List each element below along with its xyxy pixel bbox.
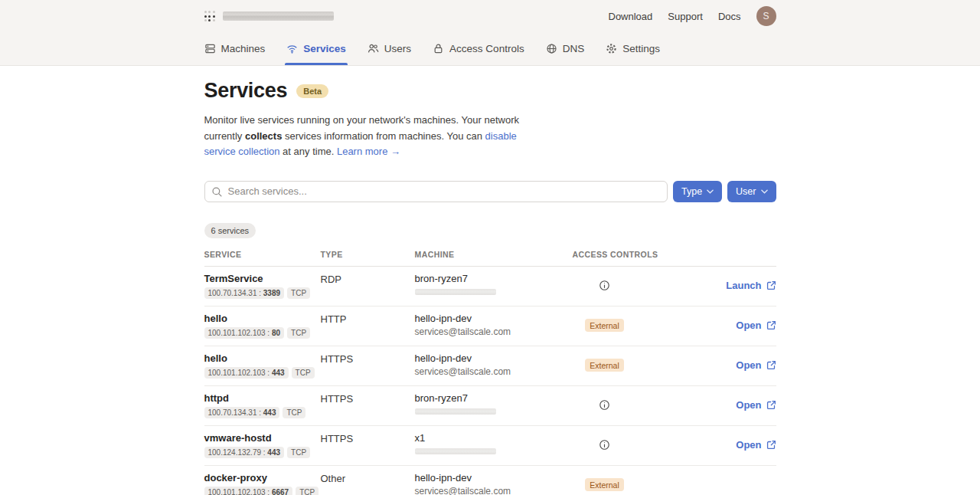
machine-owner-redacted	[415, 289, 496, 295]
machine-owner-redacted	[415, 408, 496, 415]
tab-settings[interactable]: Settings	[606, 32, 660, 65]
action-cell: Open	[637, 313, 776, 339]
service-type: HTTPS	[321, 352, 415, 379]
access-controls-cell	[573, 432, 637, 458]
brand[interactable]	[204, 11, 334, 21]
external-link-icon	[766, 320, 776, 330]
service-type: Other	[321, 472, 415, 495]
access-info-icon[interactable]	[599, 399, 610, 411]
service-name: docker-proxy	[204, 472, 321, 484]
service-address-badge: 100.101.102.103 : 80	[204, 327, 285, 339]
search-input[interactable]	[204, 181, 668, 202]
beta-badge: Beta	[296, 84, 328, 98]
external-badge: External	[585, 478, 624, 491]
table-row: vmware-hostd 100.124.132.79 : 443 TCP HT…	[204, 426, 776, 466]
machine-owner: services@tailscale.com	[415, 486, 573, 495]
access-info-icon[interactable]	[599, 280, 610, 291]
chevron-down-icon	[707, 189, 714, 194]
chevron-down-icon	[761, 189, 768, 194]
service-address-badge: 100.101.102.103 : 6667	[204, 487, 293, 495]
service-name: hello	[204, 313, 321, 324]
machines-icon	[204, 43, 216, 54]
service-protocol-badge: TCP	[292, 367, 315, 379]
external-link-icon	[766, 280, 776, 290]
user-filter-button[interactable]: User	[727, 181, 776, 202]
machine-name: bron-ryzen7	[415, 273, 573, 284]
machine-owner-redacted	[415, 448, 496, 454]
table-row: docker-proxy 100.101.102.103 : 6667 TCP …	[204, 466, 776, 495]
open-service-link[interactable]: Open	[736, 399, 776, 411]
service-address-badge: 100.101.102.103 : 443	[204, 367, 289, 379]
service-protocol-badge: TCP	[287, 327, 310, 339]
open-service-link[interactable]: Open	[736, 359, 776, 371]
description-text: at any time.	[280, 146, 337, 157]
table-header-row: SERVICE TYPE MACHINE ACCESS CONTROLS	[204, 250, 776, 267]
service-type: RDP	[321, 273, 415, 299]
tab-machines[interactable]: Machines	[204, 32, 266, 65]
service-name: vmware-hostd	[204, 432, 321, 444]
tab-dns[interactable]: DNS	[546, 32, 585, 65]
machine-name: hello-ipn-dev	[415, 472, 573, 484]
tab-users[interactable]: Users	[368, 32, 411, 65]
service-protocol-badge: TCP	[287, 447, 310, 458]
open-service-link[interactable]: Open	[736, 439, 776, 451]
services-icon	[286, 43, 298, 54]
user-avatar[interactable]: S	[756, 6, 776, 26]
support-link[interactable]: Support	[668, 11, 703, 22]
users-icon	[368, 43, 379, 54]
access-controls-cell: External	[573, 313, 637, 339]
service-name: TermService	[204, 273, 321, 284]
tailscale-logo-icon	[204, 11, 215, 21]
service-name: httpd	[204, 392, 321, 404]
launch-service-link[interactable]: Launch	[726, 280, 776, 291]
col-header-type: TYPE	[321, 250, 415, 259]
table-row: hello 100.101.102.103 : 80 TCP HTTP hell…	[204, 307, 776, 346]
action-cell: Open	[637, 432, 776, 458]
table-body: TermService 100.70.134.31 : 3389 TCP RDP…	[204, 267, 776, 495]
external-badge: External	[585, 359, 624, 372]
open-service-link[interactable]: Open	[736, 320, 776, 331]
service-type: HTTPS	[321, 432, 415, 458]
table-row: TermService 100.70.134.31 : 3389 TCP RDP…	[204, 267, 776, 307]
service-type: HTTP	[321, 313, 415, 339]
search-icon	[211, 186, 223, 198]
site-header: Download Support Docs S Machines Service…	[0, 0, 980, 66]
type-filter-button[interactable]: Type	[673, 181, 722, 202]
download-link[interactable]: Download	[609, 11, 653, 22]
action-cell: Open	[637, 392, 776, 418]
col-header-access-controls: ACCESS CONTROLS	[573, 250, 637, 259]
services-table: SERVICE TYPE MACHINE ACCESS CONTROLS Ter…	[204, 250, 776, 495]
machine-name: x1	[415, 432, 573, 444]
external-badge: External	[585, 319, 624, 332]
nav-tabs: Machines Services Users Access Controls …	[204, 32, 776, 65]
external-link-icon	[766, 400, 776, 410]
machine-name: hello-ipn-dev	[415, 313, 573, 324]
tab-services[interactable]: Services	[286, 32, 346, 65]
access-controls-cell: External	[573, 352, 637, 379]
machine-owner: services@tailscale.com	[415, 326, 573, 337]
access-controls-cell	[573, 273, 637, 299]
tailnet-name-redacted	[223, 11, 334, 21]
docs-link[interactable]: Docs	[718, 11, 741, 22]
col-header-machine: MACHINE	[415, 250, 573, 259]
service-count-badge: 6 services	[204, 223, 256, 238]
page-title: Services	[204, 79, 288, 103]
tab-access-controls[interactable]: Access Controls	[433, 32, 524, 65]
lock-icon	[433, 43, 444, 54]
gear-icon	[606, 43, 617, 54]
access-info-icon[interactable]	[599, 439, 610, 451]
col-header-service: SERVICE	[204, 250, 321, 259]
machine-name: bron-ryzen7	[415, 392, 573, 404]
action-cell	[637, 472, 776, 495]
access-controls-cell: External	[573, 472, 637, 495]
service-name: hello	[204, 352, 321, 364]
service-address-badge: 100.70.134.31 : 3389	[204, 287, 285, 299]
description-text: services information from machines. You …	[282, 130, 485, 142]
learn-more-link[interactable]: Learn more →	[337, 146, 400, 157]
service-protocol-badge: TCP	[287, 287, 310, 299]
service-address-badge: 100.70.134.31 : 443	[204, 407, 280, 418]
service-protocol-badge: TCP	[296, 487, 318, 495]
machine-name: hello-ipn-dev	[415, 352, 573, 364]
table-row: hello 100.101.102.103 : 443 TCP HTTPS he…	[204, 346, 776, 386]
service-type: HTTPS	[321, 392, 415, 418]
